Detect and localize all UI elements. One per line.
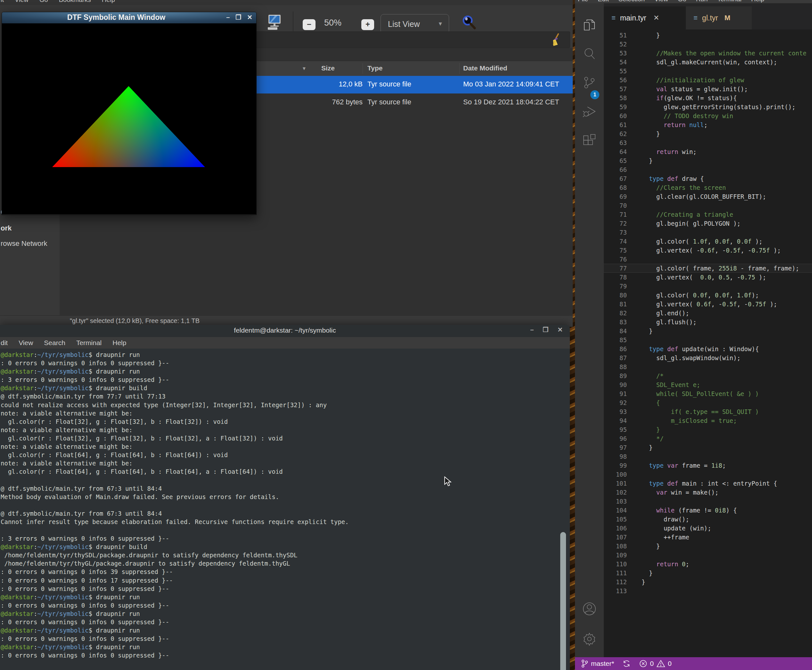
account-icon[interactable] (582, 601, 597, 616)
menu-item[interactable]: View (19, 339, 33, 347)
terminal-line: note: a viable alternative might be: (0, 459, 570, 467)
terminal-line (0, 476, 570, 484)
terminal-line: gl.color(r : Float[64], g : Float[64], b… (0, 451, 570, 459)
column-header-type[interactable]: Type (368, 64, 383, 72)
menu-item[interactable]: Help (751, 0, 764, 3)
close-button[interactable]: ✕ (247, 14, 253, 21)
git-branch-indicator[interactable]: master* (581, 659, 614, 668)
file-size: 762 bytes (284, 98, 363, 106)
code-line: 89 /* (604, 371, 812, 380)
sync-button[interactable] (622, 660, 631, 668)
dtf-titlebar[interactable]: DTF Symbolic Main Window – ❐ ✕ (2, 12, 256, 24)
code-line: 97 } (604, 443, 812, 452)
terminal-line (0, 526, 570, 534)
menu-item[interactable]: Edit (598, 0, 609, 3)
maximize-button[interactable]: ❐ (542, 326, 548, 333)
extensions-icon[interactable] (582, 132, 597, 148)
view-mode-value: List View (381, 20, 420, 29)
window-title: DTF Symbolic Main Window (2, 13, 231, 22)
code-line: 101 type def main : int <: entryPoint { (604, 479, 812, 488)
terminal-line: @ dtf.symbolic/main.tyr from 67:3 until … (0, 509, 570, 518)
code-line: 91 while( SDL_PollEvent( &e ) ) (604, 389, 812, 398)
menu-item[interactable]: Bookmarks (59, 0, 91, 3)
file-date: So 19 Dez 2021 18:04:22 CET (463, 98, 559, 106)
menu-item[interactable]: Go (39, 0, 48, 3)
tab-main-tyr[interactable]: ≡ main.tyr ✕ (604, 7, 686, 29)
code-line: 60 // TODO destroy win (604, 112, 812, 120)
terminal-line: : 0 errors 0 warnings 0 infos 0 suppress… (0, 651, 570, 660)
terminal-titlebar[interactable]: feldentm@darkstar: ~/tyr/symbolic – ❐ ✕ (0, 325, 570, 337)
code-line: 80 gl.color( 0.0f, 0.0f, 1.0f); (604, 291, 812, 299)
terminal-content[interactable]: @darkstar:~/tyr/symbolic$ draupnir run: … (0, 349, 570, 670)
code-line: 55 (604, 67, 812, 76)
column-header-date-modified[interactable]: Date Modified (463, 64, 507, 72)
code-line: 88 (604, 362, 812, 371)
code-line: 87 sdl_gl.swapWindow(win); (604, 354, 812, 362)
terminal-scrollbar-thumb[interactable] (560, 532, 566, 670)
close-icon[interactable]: ✕ (653, 14, 659, 22)
search-icon[interactable] (461, 14, 477, 32)
minimize-button[interactable]: – (530, 326, 534, 333)
terminal-line: @ dtf.symbolic/main.tyr from 67:3 until … (0, 484, 570, 492)
search-icon[interactable] (582, 46, 597, 61)
code-line: 93 if( e.type == SDL_QUIT ) (604, 407, 812, 416)
code-line: 82 gl.end(); (604, 309, 812, 318)
branch-name: master* (591, 660, 614, 667)
code-line: 51 } (604, 31, 812, 40)
code-line: 56 //initialization of glew (604, 76, 812, 85)
minimize-button[interactable]: – (226, 14, 230, 21)
zoom-out-button[interactable]: − (303, 19, 315, 30)
code-line: 98 (604, 452, 812, 461)
code-line: 79 (604, 282, 812, 291)
chevron-down-icon: ▼ (437, 21, 443, 27)
menu-item[interactable]: Terminal (76, 339, 102, 347)
terminal-line: : 3 errors 0 warnings 0 infos 0 suppress… (0, 534, 570, 543)
explorer-icon[interactable] (582, 17, 597, 33)
run-debug-icon[interactable] (582, 104, 597, 119)
menu-item[interactable]: File (578, 0, 588, 3)
clear-filter-broom-icon[interactable] (550, 33, 561, 47)
menu-item[interactable]: Help (112, 339, 126, 347)
sidebar-item-browse-network[interactable]: rowse Network (1, 239, 47, 248)
settings-gear-icon[interactable] (582, 631, 597, 646)
terminal-line: : 3 errors 0 warnings 0 infos 0 suppress… (0, 376, 570, 384)
selection-status-text: "gl.tyr" selected (12,0 kB), Free space:… (70, 317, 200, 325)
source-control-icon[interactable] (582, 75, 597, 90)
maximize-button[interactable]: ❐ (236, 14, 241, 21)
code-line: 72 gl.begin( gl.POLYGON ); (604, 219, 812, 228)
code-line: 68 //Clears the screen (604, 183, 812, 192)
menu-item[interactable]: Selection (619, 0, 645, 3)
git-branch-icon (581, 659, 588, 668)
file-icon: ≡ (612, 14, 615, 22)
mouse-cursor (444, 476, 453, 487)
zoom-in-button[interactable]: + (361, 19, 374, 30)
menu-item[interactable]: Search (44, 339, 65, 347)
menu-item[interactable]: dit (1, 339, 8, 347)
view-mode-dropdown[interactable]: List View ▼ (381, 14, 449, 34)
code-line: 52 (604, 40, 812, 49)
code-line: 73 (604, 228, 812, 237)
sort-descending-icon[interactable]: ▼ (302, 66, 307, 71)
tab-gl-tyr[interactable]: ≡ gl.tyr M (686, 7, 752, 29)
menu-item[interactable]: Help (102, 0, 115, 3)
code-line: 90 SDL_Event e; (604, 380, 812, 389)
computer-icon[interactable] (266, 14, 283, 32)
menu-item[interactable]: Terminal (717, 0, 741, 3)
terminal-line: @darkstar:~/tyr/symbolic$ draupnir build (0, 384, 570, 392)
terminal-line: note: a viable alternative might be: (0, 442, 570, 451)
problems-indicator[interactable]: 0 0 (639, 660, 671, 668)
menu-item[interactable]: it (1, 0, 4, 3)
code-line: 54 sdl_gl.makeCurrent(win, context); (604, 58, 812, 67)
menu-item[interactable]: View (15, 0, 29, 3)
menu-item[interactable]: Run (696, 0, 708, 3)
column-header-size[interactable]: Size (321, 64, 335, 72)
terminal-line: gl.color(r : Float[32], g : Float[32], b… (0, 434, 570, 442)
code-line: 69 gl.clear(gl.COLOR_BUFFER_BIT); (604, 192, 812, 201)
code-line: 100 (604, 470, 812, 479)
menu-item[interactable]: Go (678, 0, 687, 3)
close-button[interactable]: ✕ (557, 326, 563, 333)
code-editor[interactable]: 51 }5253 //Makes the open window the cur… (604, 29, 812, 657)
code-line: 53 //Makes the open window the current c… (604, 49, 812, 58)
code-line: 84 } (604, 327, 812, 335)
menu-item[interactable]: View (654, 0, 668, 3)
